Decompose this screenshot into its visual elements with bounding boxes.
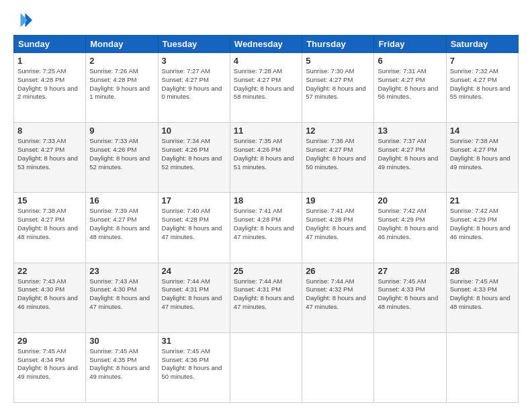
day-number: 30 (89, 336, 154, 346)
day-number: 27 (378, 266, 442, 276)
calendar-cell: 29 Sunrise: 7:45 AMSunset: 4:34 PMDaylig… (14, 332, 86, 402)
day-info: Sunrise: 7:33 AMSunset: 4:27 PMDaylight:… (17, 137, 78, 170)
day-info: Sunrise: 7:27 AMSunset: 4:27 PMDaylight:… (162, 67, 222, 100)
calendar-cell: 19 Sunrise: 7:41 AMSunset: 4:28 PMDaylig… (302, 193, 374, 263)
calendar-cell: 21 Sunrise: 7:42 AMSunset: 4:29 PMDaylig… (446, 193, 518, 263)
calendar-body: 1 Sunrise: 7:25 AMSunset: 4:28 PMDayligh… (14, 53, 519, 403)
calendar-cell: 1 Sunrise: 7:25 AMSunset: 4:28 PMDayligh… (14, 53, 86, 123)
logo (13, 11, 35, 30)
calendar-cell: 20 Sunrise: 7:42 AMSunset: 4:29 PMDaylig… (374, 193, 446, 263)
calendar-cell: 5 Sunrise: 7:30 AMSunset: 4:27 PMDayligh… (302, 53, 374, 123)
day-info: Sunrise: 7:26 AMSunset: 4:28 PMDaylight:… (89, 67, 150, 100)
day-info: Sunrise: 7:35 AMSunset: 4:26 PMDaylight:… (234, 137, 294, 170)
day-number: 4 (234, 56, 298, 66)
calendar-week-3: 15 Sunrise: 7:38 AMSunset: 4:27 PMDaylig… (14, 193, 519, 263)
calendar-cell (230, 332, 302, 402)
day-number: 10 (162, 126, 226, 136)
day-number: 12 (306, 126, 370, 136)
day-number: 11 (234, 126, 298, 136)
day-number: 7 (450, 56, 515, 66)
calendar-cell: 10 Sunrise: 7:34 AMSunset: 4:26 PMDaylig… (158, 123, 230, 193)
day-number: 13 (378, 126, 442, 136)
day-info: Sunrise: 7:40 AMSunset: 4:28 PMDaylight:… (162, 207, 222, 240)
day-number: 18 (234, 195, 298, 205)
day-info: Sunrise: 7:34 AMSunset: 4:26 PMDaylight:… (162, 137, 222, 170)
day-number: 31 (162, 336, 226, 346)
day-number: 25 (234, 266, 298, 276)
day-number: 16 (89, 195, 154, 205)
day-info: Sunrise: 7:42 AMSunset: 4:29 PMDaylight:… (378, 207, 438, 240)
day-info: Sunrise: 7:45 AMSunset: 4:35 PMDaylight:… (89, 347, 150, 380)
day-info: Sunrise: 7:44 AMSunset: 4:31 PMDaylight:… (234, 277, 294, 310)
calendar-cell: 4 Sunrise: 7:28 AMSunset: 4:27 PMDayligh… (230, 53, 302, 123)
calendar-cell: 14 Sunrise: 7:38 AMSunset: 4:27 PMDaylig… (446, 123, 518, 193)
calendar-week-2: 8 Sunrise: 7:33 AMSunset: 4:27 PMDayligh… (14, 123, 519, 193)
day-info: Sunrise: 7:44 AMSunset: 4:31 PMDaylight:… (162, 277, 222, 310)
day-number: 20 (378, 195, 442, 205)
day-info: Sunrise: 7:32 AMSunset: 4:27 PMDaylight:… (450, 67, 511, 100)
day-number: 2 (89, 56, 154, 66)
weekday-header-sunday: Sunday (14, 36, 86, 53)
calendar-cell: 22 Sunrise: 7:43 AMSunset: 4:30 PMDaylig… (14, 263, 86, 332)
day-info: Sunrise: 7:30 AMSunset: 4:27 PMDaylight:… (306, 67, 366, 100)
day-number: 8 (17, 126, 82, 136)
calendar-week-1: 1 Sunrise: 7:25 AMSunset: 4:28 PMDayligh… (14, 53, 519, 123)
weekday-header-monday: Monday (86, 36, 158, 53)
calendar-cell: 17 Sunrise: 7:40 AMSunset: 4:28 PMDaylig… (158, 193, 230, 263)
day-info: Sunrise: 7:42 AMSunset: 4:29 PMDaylight:… (450, 207, 511, 240)
day-number: 29 (17, 336, 82, 346)
calendar-cell: 9 Sunrise: 7:33 AMSunset: 4:26 PMDayligh… (86, 123, 158, 193)
day-number: 3 (162, 56, 226, 66)
page: SundayMondayTuesdayWednesdayThursdayFrid… (0, 0, 532, 411)
day-info: Sunrise: 7:45 AMSunset: 4:36 PMDaylight:… (162, 347, 222, 380)
calendar-week-4: 22 Sunrise: 7:43 AMSunset: 4:30 PMDaylig… (14, 263, 519, 332)
calendar-cell: 3 Sunrise: 7:27 AMSunset: 4:27 PMDayligh… (158, 53, 230, 123)
calendar-cell: 12 Sunrise: 7:36 AMSunset: 4:27 PMDaylig… (302, 123, 374, 193)
calendar-header-row: SundayMondayTuesdayWednesdayThursdayFrid… (14, 36, 519, 53)
calendar-cell: 6 Sunrise: 7:31 AMSunset: 4:27 PMDayligh… (374, 53, 446, 123)
day-number: 26 (306, 266, 370, 276)
calendar-cell (446, 332, 518, 402)
day-number: 23 (89, 266, 154, 276)
calendar-cell: 23 Sunrise: 7:43 AMSunset: 4:30 PMDaylig… (86, 263, 158, 332)
day-info: Sunrise: 7:37 AMSunset: 4:27 PMDaylight:… (378, 137, 438, 170)
calendar-cell: 30 Sunrise: 7:45 AMSunset: 4:35 PMDaylig… (86, 332, 158, 402)
day-number: 9 (89, 126, 154, 136)
calendar-cell: 28 Sunrise: 7:45 AMSunset: 4:33 PMDaylig… (446, 263, 518, 332)
weekday-header-tuesday: Tuesday (158, 36, 230, 53)
day-info: Sunrise: 7:41 AMSunset: 4:28 PMDaylight:… (306, 207, 366, 240)
day-info: Sunrise: 7:39 AMSunset: 4:27 PMDaylight:… (89, 207, 150, 240)
day-number: 24 (162, 266, 226, 276)
logo-icon (13, 11, 32, 30)
day-number: 22 (17, 266, 82, 276)
day-info: Sunrise: 7:44 AMSunset: 4:32 PMDaylight:… (306, 277, 366, 310)
day-info: Sunrise: 7:33 AMSunset: 4:26 PMDaylight:… (89, 137, 150, 170)
day-info: Sunrise: 7:43 AMSunset: 4:30 PMDaylight:… (17, 277, 78, 310)
calendar-cell (374, 332, 446, 402)
day-info: Sunrise: 7:45 AMSunset: 4:34 PMDaylight:… (17, 347, 78, 380)
weekday-header-wednesday: Wednesday (230, 36, 302, 53)
calendar-cell: 18 Sunrise: 7:41 AMSunset: 4:28 PMDaylig… (230, 193, 302, 263)
calendar-cell: 8 Sunrise: 7:33 AMSunset: 4:27 PMDayligh… (14, 123, 86, 193)
day-info: Sunrise: 7:25 AMSunset: 4:28 PMDaylight:… (17, 67, 78, 100)
day-number: 6 (378, 56, 442, 66)
calendar-cell: 25 Sunrise: 7:44 AMSunset: 4:31 PMDaylig… (230, 263, 302, 332)
day-number: 15 (17, 195, 82, 205)
calendar-cell: 11 Sunrise: 7:35 AMSunset: 4:26 PMDaylig… (230, 123, 302, 193)
day-number: 19 (306, 195, 370, 205)
day-info: Sunrise: 7:43 AMSunset: 4:30 PMDaylight:… (89, 277, 150, 310)
calendar-cell: 24 Sunrise: 7:44 AMSunset: 4:31 PMDaylig… (158, 263, 230, 332)
day-info: Sunrise: 7:38 AMSunset: 4:27 PMDaylight:… (17, 207, 78, 240)
calendar-week-5: 29 Sunrise: 7:45 AMSunset: 4:34 PMDaylig… (14, 332, 519, 402)
day-info: Sunrise: 7:41 AMSunset: 4:28 PMDaylight:… (234, 207, 294, 240)
calendar-cell: 31 Sunrise: 7:45 AMSunset: 4:36 PMDaylig… (158, 332, 230, 402)
calendar-cell: 15 Sunrise: 7:38 AMSunset: 4:27 PMDaylig… (14, 193, 86, 263)
calendar-cell: 16 Sunrise: 7:39 AMSunset: 4:27 PMDaylig… (86, 193, 158, 263)
weekday-header-saturday: Saturday (446, 36, 518, 53)
weekday-header-friday: Friday (374, 36, 446, 53)
day-info: Sunrise: 7:36 AMSunset: 4:27 PMDaylight:… (306, 137, 366, 170)
day-number: 5 (306, 56, 370, 66)
day-number: 28 (450, 266, 515, 276)
calendar-cell (302, 332, 374, 402)
day-number: 17 (162, 195, 226, 205)
